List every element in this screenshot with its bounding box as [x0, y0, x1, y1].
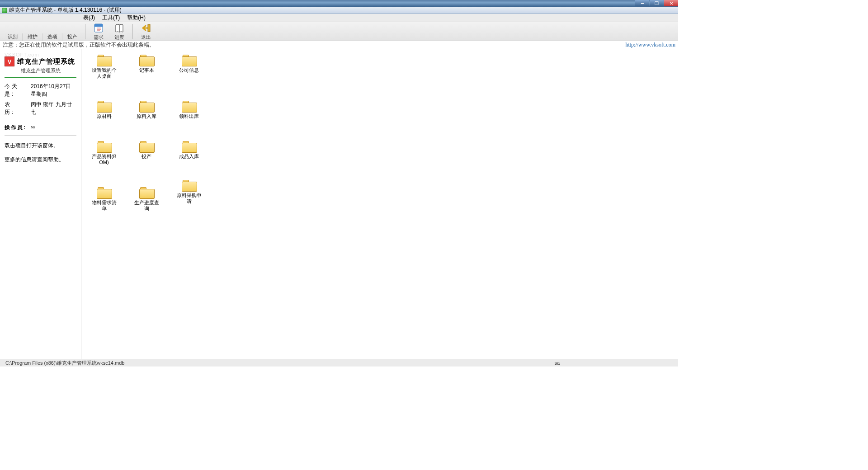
deskicon-notepad[interactable]: 记事本 — [133, 54, 160, 79]
green-rule — [5, 77, 76, 78]
tb-small-1[interactable]: 识别 — [3, 33, 23, 41]
tb-progress[interactable]: 进度 — [109, 22, 130, 41]
sidebar-app-title: 维克生产管理系统 — [17, 57, 75, 66]
deskicon-purchase[interactable]: 原料采购申请 — [175, 179, 203, 212]
svg-rect-5 — [148, 24, 150, 32]
status-path: C:\Program Files (x86)\维克生产管理系统\vksc14.m… — [3, 360, 127, 367]
os-window-titlebar: ━ ❐ ✕ — [0, 0, 678, 7]
lunar-label: 农 历: — [5, 101, 26, 116]
deskicon-product-in[interactable]: 成品入库 — [175, 140, 203, 165]
status-user: sa — [552, 360, 562, 366]
deskicon-company[interactable]: 公司信息 — [175, 54, 203, 79]
today-label: 今天是: — [5, 83, 26, 98]
vendor-link[interactable]: http://www.vksoft.com — [625, 42, 675, 48]
sidebar: VKSOFT.com V 维克生产管理系统 维克生产管理系统 今天是: 2016… — [0, 49, 81, 360]
toolbar: 识别 维护 选项 投产 需求 进度 退出 — [0, 22, 678, 41]
calendar-icon — [94, 23, 104, 33]
deskicon-material-out[interactable]: 领料出库 — [175, 100, 203, 119]
tb-small-3[interactable]: 选项 — [42, 33, 62, 41]
folder-icon — [139, 140, 154, 152]
menu-tools[interactable]: 工具(T) — [100, 14, 122, 22]
sidebar-subtitle: 维克生产管理系统 — [5, 67, 76, 74]
deskicon-mrp[interactable]: 物料需求清单 — [90, 186, 118, 212]
today-value: 2016年10月27日 星期四 — [31, 83, 76, 98]
folder-icon — [182, 140, 196, 152]
toolbar-divider-2 — [132, 24, 133, 39]
trial-notice-text: 注意：您正在使用的软件是试用版，正版软件不会出现此条幅。 — [3, 41, 155, 49]
os-close-button[interactable]: ✕ — [664, 0, 678, 6]
folder-icon — [139, 54, 154, 66]
operator-label: 操作员: — [5, 124, 26, 132]
deskicon-bom[interactable]: 产品资料(BOM) — [90, 140, 118, 165]
deskicon-progress[interactable]: 生产进度查询 — [133, 186, 160, 212]
folder-icon — [139, 186, 154, 198]
workspace: 设置我的个人桌面 记事本 公司信息 原材料 原料入库 领料出库 产品资料(BOM… — [81, 49, 678, 360]
deskicon-produce[interactable]: 投产 — [133, 140, 160, 165]
folder-icon — [97, 186, 111, 198]
book-icon — [114, 23, 124, 33]
folder-icon — [182, 179, 196, 191]
logo-icon: V — [5, 56, 14, 66]
trial-notice: 注意：您正在使用的软件是试用版，正版软件不会出现此条幅。 http://www.… — [0, 41, 678, 49]
divider — [5, 120, 76, 120]
tb-small-4[interactable]: 投产 — [62, 33, 82, 41]
exit-icon — [141, 23, 151, 33]
tb-small-2[interactable]: 维护 — [23, 33, 42, 41]
os-maximize-button[interactable]: ❐ — [650, 0, 664, 6]
folder-icon — [182, 100, 196, 112]
menu-help[interactable]: 帮助(H) — [125, 14, 147, 22]
deskicon-material[interactable]: 原材料 — [90, 100, 118, 119]
app-title: 维克生产管理系统 - 单机版 1.4.130116 - (试用) — [9, 6, 122, 14]
menu-report[interactable]: 表(J) — [81, 14, 97, 22]
app-icon — [2, 8, 7, 13]
tb-exit[interactable]: 退出 — [136, 22, 156, 41]
folder-icon — [97, 100, 111, 112]
toolbar-divider — [85, 24, 85, 39]
deskicon-material-in[interactable]: 原料入库 — [133, 100, 160, 119]
lunar-value: 丙申 猴年 九月廿七 — [31, 101, 76, 116]
divider — [5, 135, 76, 136]
svg-rect-1 — [94, 24, 103, 27]
operator-value: sa — [31, 124, 35, 132]
statusbar: C:\Program Files (x86)\维克生产管理系统\vksc14.m… — [0, 359, 678, 367]
tb-demand[interactable]: 需求 — [88, 22, 109, 41]
tip-1: 双击项目打开该窗体。 — [5, 142, 76, 150]
folder-icon — [139, 100, 154, 112]
menubar: 表(J) 工具(T) 帮助(H) — [0, 14, 678, 22]
app-titlebar: 维克生产管理系统 - 单机版 1.4.130116 - (试用) — [0, 7, 678, 14]
os-minimize-button[interactable]: ━ — [635, 0, 649, 6]
folder-icon — [182, 54, 196, 66]
folder-icon — [97, 140, 111, 152]
deskicon-set-desktop[interactable]: 设置我的个人桌面 — [90, 54, 118, 79]
folder-icon — [97, 54, 111, 66]
tip-2: 更多的信息请查阅帮助。 — [5, 156, 76, 164]
